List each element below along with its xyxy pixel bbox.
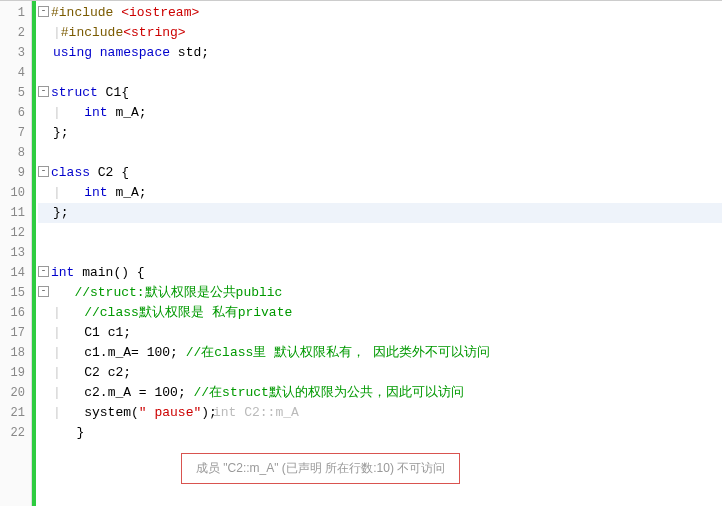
- preprocessor: #include: [61, 25, 123, 40]
- type-name: C2: [98, 165, 121, 180]
- line-number[interactable]: 4: [4, 63, 25, 83]
- code-line[interactable]: | int m_A;: [38, 183, 722, 203]
- punct: (: [131, 405, 139, 420]
- line-number[interactable]: 8: [4, 143, 25, 163]
- fold-toggle-icon[interactable]: -: [38, 286, 49, 297]
- header-name: <string>: [123, 25, 185, 40]
- line-number[interactable]: 2: [4, 23, 25, 43]
- header-name: <iostream>: [121, 5, 199, 20]
- type: int: [84, 185, 115, 200]
- code-line[interactable]: | system(" pause");int C2::m_A: [38, 403, 722, 423]
- line-number[interactable]: 17: [4, 323, 25, 343]
- code-line[interactable]: | int m_A;: [38, 103, 722, 123]
- brace: };: [53, 205, 69, 220]
- code-line[interactable]: }: [38, 423, 722, 443]
- code-line[interactable]: [38, 223, 722, 243]
- code-line[interactable]: -struct C1{: [38, 83, 722, 103]
- code-line[interactable]: using namespace std;: [38, 43, 722, 63]
- line-number[interactable]: 9: [4, 163, 25, 183]
- punct: ;: [178, 385, 194, 400]
- code-line[interactable]: |#include<string>: [38, 23, 722, 43]
- line-number[interactable]: 6: [4, 103, 25, 123]
- punct: () {: [113, 265, 144, 280]
- punct: ;: [139, 185, 147, 200]
- keyword: class: [51, 165, 98, 180]
- code-line[interactable]: [38, 143, 722, 163]
- string-literal: " pause": [139, 405, 201, 420]
- type: int: [51, 265, 82, 280]
- keyword: using: [53, 45, 100, 60]
- op: =: [131, 345, 147, 360]
- line-number[interactable]: 20: [4, 383, 25, 403]
- type-name: C1: [106, 85, 122, 100]
- line-number[interactable]: 15: [4, 283, 25, 303]
- code-line[interactable]: | //class默认权限是 私有private: [38, 303, 722, 323]
- fold-toggle-icon[interactable]: -: [38, 266, 49, 277]
- comment: //class默认权限是 私有private: [84, 305, 292, 320]
- brace: {: [121, 85, 129, 100]
- fold-toggle-icon[interactable]: -: [38, 166, 49, 177]
- punct: ;: [123, 365, 131, 380]
- identifier: m_A: [108, 385, 139, 400]
- line-number[interactable]: 11: [4, 203, 25, 223]
- inline-hint: int C2::m_A: [213, 403, 299, 423]
- line-number[interactable]: 21: [4, 403, 25, 423]
- code-line[interactable]: - //struct:默认权限是公共public: [38, 283, 722, 303]
- code-line[interactable]: -int main() {: [38, 263, 722, 283]
- number: 100: [154, 385, 177, 400]
- code-line[interactable]: };: [38, 123, 722, 143]
- brace: {: [121, 165, 129, 180]
- keyword: namespace: [100, 45, 178, 60]
- identifier: c2: [108, 365, 124, 380]
- line-number[interactable]: 5: [4, 83, 25, 103]
- line-number[interactable]: 7: [4, 123, 25, 143]
- line-number[interactable]: 12: [4, 223, 25, 243]
- fold-toggle-icon[interactable]: -: [38, 6, 49, 17]
- comment: //在struct默认的权限为公共，因此可以访问: [193, 385, 463, 400]
- identifier: c2: [84, 385, 100, 400]
- code-line[interactable]: | c2.m_A = 100; //在struct默认的权限为公共，因此可以访问: [38, 383, 722, 403]
- code-line[interactable]: -class C2 {: [38, 163, 722, 183]
- identifier: m_A: [108, 345, 131, 360]
- punct: ;: [123, 325, 131, 340]
- code-line[interactable]: };: [38, 203, 722, 223]
- punct: ;: [139, 105, 147, 120]
- identifier: std: [178, 45, 201, 60]
- line-number[interactable]: 19: [4, 363, 25, 383]
- error-tooltip: 成员 "C2::m_A" (已声明 所在行数:10) 不可访问: [181, 453, 460, 484]
- line-number[interactable]: 22: [4, 423, 25, 443]
- code-line[interactable]: | C1 c1;: [38, 323, 722, 343]
- punct: ;: [170, 345, 186, 360]
- line-number[interactable]: 18: [4, 343, 25, 363]
- brace: }: [76, 425, 84, 440]
- preprocessor: #include: [51, 5, 121, 20]
- code-area[interactable]: -#include <iostream> |#include<string> u…: [36, 1, 722, 506]
- identifier: m_A: [115, 105, 138, 120]
- identifier: c1: [108, 325, 124, 340]
- code-line[interactable]: | c1.m_A= 100; //在class里 默认权限私有， 因此类外不可以…: [38, 343, 722, 363]
- code-line[interactable]: | C2 c2;: [38, 363, 722, 383]
- brace: };: [53, 125, 69, 140]
- type: C1: [84, 325, 107, 340]
- line-number[interactable]: 13: [4, 243, 25, 263]
- type: int: [84, 105, 115, 120]
- error-tooltip-text: 成员 "C2::m_A" (已声明 所在行数:10) 不可访问: [196, 461, 445, 475]
- keyword: struct: [51, 85, 106, 100]
- line-number[interactable]: 3: [4, 43, 25, 63]
- function-name: main: [82, 265, 113, 280]
- op: =: [139, 385, 155, 400]
- code-editor: 1 2 3 4 5 6 7 8 9 10 11 12 13 14 15 16 1…: [0, 0, 722, 506]
- punct: .: [100, 345, 108, 360]
- line-number[interactable]: 1: [4, 3, 25, 23]
- fold-toggle-icon[interactable]: -: [38, 86, 49, 97]
- line-number-gutter: 1 2 3 4 5 6 7 8 9 10 11 12 13 14 15 16 1…: [0, 1, 32, 506]
- line-number[interactable]: 16: [4, 303, 25, 323]
- code-line[interactable]: -#include <iostream>: [38, 3, 722, 23]
- comment: //struct:默认权限是公共public: [74, 285, 282, 300]
- type: C2: [84, 365, 107, 380]
- line-number[interactable]: 10: [4, 183, 25, 203]
- number: 100: [147, 345, 170, 360]
- code-line[interactable]: [38, 63, 722, 83]
- line-number[interactable]: 14: [4, 263, 25, 283]
- code-line[interactable]: [38, 243, 722, 263]
